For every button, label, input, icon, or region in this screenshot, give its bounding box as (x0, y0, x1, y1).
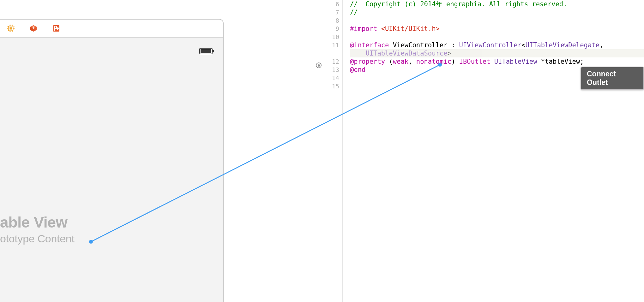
code-token: #import (350, 25, 381, 33)
code-line[interactable]: UITableViewDataSource> (350, 49, 644, 57)
line-number (322, 49, 339, 57)
code-token: , (599, 41, 603, 49)
code-token: > (448, 49, 451, 57)
code-token: ( (385, 57, 393, 66)
source-editor[interactable]: 6789101112131415 // Copyright (c) 2014年 … (322, 0, 644, 302)
exit-icon[interactable] (52, 25, 60, 32)
code-line[interactable]: @property (weak, nonatomic) IBOutlet UIT… (350, 57, 644, 66)
code-line[interactable]: // Copyright (c) 2014年 engraphia. All ri… (350, 0, 644, 8)
code-token: // (350, 8, 358, 16)
code-line[interactable]: @interface ViewController : UIViewContro… (350, 41, 644, 49)
code-token: @property (350, 57, 385, 66)
code-token: <UIKit/UIKit.h> (381, 25, 440, 33)
line-number: 10 (322, 33, 339, 41)
cube-icon[interactable]: 1 (30, 25, 37, 32)
svg-rect-1 (10, 27, 12, 30)
outlet-connection-indicator[interactable] (316, 62, 322, 68)
line-number: 11 (322, 41, 339, 49)
code-token (490, 57, 494, 66)
xcode-assistant-editor: 1 able View ototype C (0, 0, 644, 302)
line-number: 8 (322, 16, 339, 25)
line-number: 6 (322, 0, 339, 8)
svg-text:1: 1 (33, 26, 34, 30)
code-token: ) (451, 57, 459, 66)
code-token: weak (393, 57, 408, 66)
chip-icon[interactable] (7, 25, 15, 32)
svg-rect-17 (201, 49, 211, 53)
placeholder-title: able View (0, 214, 75, 231)
code-line[interactable]: // (350, 8, 644, 16)
tableview-placeholder[interactable]: able View ototype Content (0, 214, 75, 245)
svg-rect-18 (213, 50, 214, 52)
code-line[interactable]: #import <UIKit/UIKit.h> (350, 25, 644, 33)
line-number: 9 (322, 25, 339, 33)
line-number: 13 (322, 66, 339, 74)
battery-icon (199, 48, 214, 55)
code-token: < (521, 41, 525, 49)
ib-toolbar: 1 (0, 20, 223, 38)
line-number-gutter: 6789101112131415 (322, 0, 343, 302)
line-number: 12 (322, 57, 339, 66)
code-token: @end (350, 66, 365, 74)
code-token: // Copyright (c) 2014年 engraphia. All ri… (350, 0, 567, 8)
code-area[interactable]: // Copyright (c) 2014年 engraphia. All ri… (343, 0, 644, 302)
line-number: 14 (322, 74, 339, 82)
code-token (350, 49, 365, 57)
device-preview[interactable]: able View ototype Content (0, 38, 223, 302)
code-token: UIViewController (459, 41, 521, 49)
code-token: UITableView (494, 57, 537, 66)
code-token: IBOutlet (459, 57, 491, 66)
code-token: , (408, 57, 416, 66)
code-line[interactable] (350, 33, 644, 41)
code-token: @interface (350, 41, 389, 49)
code-token: *tableView; (537, 57, 584, 66)
placeholder-subtitle: ototype Content (0, 233, 75, 245)
code-token: nonatomic (416, 57, 451, 66)
line-number: 7 (322, 8, 339, 16)
code-token: UITableViewDataSource (365, 49, 447, 57)
interface-builder-canvas[interactable]: 1 able View ototype C (0, 19, 224, 302)
connect-outlet-tooltip: Connect Outlet (581, 67, 644, 90)
code-line[interactable] (350, 16, 644, 25)
code-token: ViewController : (389, 41, 459, 49)
line-number: 15 (322, 82, 339, 90)
code-token: UITableViewDelegate (525, 41, 599, 49)
